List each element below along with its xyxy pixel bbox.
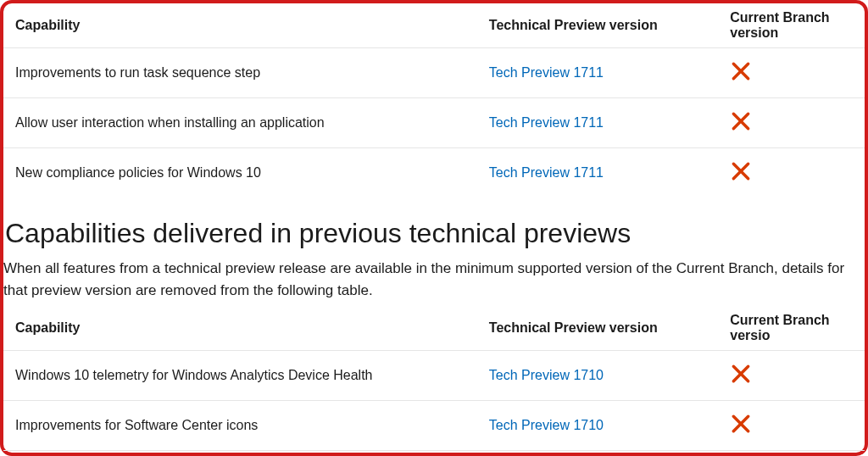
tech-preview-link[interactable]: Tech Preview 1710 — [489, 368, 604, 382]
preview-version-cell: Tech Preview 1711 — [477, 98, 718, 148]
cross-icon — [730, 60, 752, 82]
capability-cell: Allow user interaction when installing a… — [3, 98, 477, 148]
table-row: Improvements to run task sequence stepTe… — [3, 48, 865, 98]
branch-version-cell — [718, 48, 865, 98]
preview-version-cell: Tech Preview 1710 — [477, 351, 718, 401]
preview-version-cell: Tech Preview 1710 — [477, 451, 718, 457]
table-row: Improvements for Software Center iconsTe… — [3, 401, 865, 451]
branch-version-cell — [718, 351, 865, 401]
column-header-branch: Current Branch version — [718, 7, 865, 48]
column-header-preview: Technical Preview version — [477, 7, 718, 48]
preview-version-cell: Tech Preview 1711 — [477, 148, 718, 198]
column-header-preview: Technical Preview version — [477, 308, 718, 351]
column-header-capability: Capability — [3, 7, 477, 48]
branch-version-cell — [718, 148, 865, 198]
tech-preview-link[interactable]: Tech Preview 1711 — [489, 115, 604, 130]
cross-icon — [730, 413, 752, 435]
tech-preview-link[interactable]: Tech Preview 1710 — [489, 418, 604, 432]
tech-preview-link[interactable]: Tech Preview 1711 — [489, 65, 604, 80]
preview-version-cell: Tech Preview 1710 — [477, 401, 718, 451]
cross-icon — [730, 363, 752, 385]
table-row: Allow user interaction when installing a… — [3, 98, 865, 148]
cross-icon — [730, 110, 752, 132]
capability-cell: Improvements for Software Center icons — [3, 401, 477, 451]
tech-preview-link[interactable]: Tech Preview 1711 — [489, 165, 604, 180]
branch-version-cell — [718, 98, 865, 148]
branch-version-cell — [718, 401, 865, 451]
branch-version-cell — [718, 451, 865, 457]
highlighted-frame: Capability Technical Preview version Cur… — [0, 0, 868, 456]
table-row: New compliance policies for Windows 10Te… — [3, 148, 865, 198]
capabilities-table-previous: Capability Technical Preview version Cur… — [3, 308, 865, 456]
capability-cell: Improvements to run task sequence step — [3, 48, 477, 98]
capability-cell: Windows 10 telemetry for Windows Analyti… — [3, 351, 477, 401]
section-heading: Capabilities delivered in previous techn… — [3, 218, 865, 249]
section-description: When all features from a technical previ… — [3, 258, 865, 301]
capabilities-table-current: Capability Technical Preview version Cur… — [3, 7, 865, 197]
preview-version-cell: Tech Preview 1711 — [477, 48, 718, 98]
capability-cell: Check compliance from Software Center fo… — [3, 451, 477, 457]
table-row: Windows 10 telemetry for Windows Analyti… — [3, 351, 865, 401]
capability-cell: New compliance policies for Windows 10 — [3, 148, 477, 198]
column-header-branch: Current Branch versio — [718, 308, 865, 351]
table-row: Check compliance from Software Center fo… — [3, 451, 865, 457]
document-content: Capability Technical Preview version Cur… — [3, 7, 865, 456]
cross-icon — [730, 160, 752, 182]
column-header-capability: Capability — [3, 308, 477, 351]
